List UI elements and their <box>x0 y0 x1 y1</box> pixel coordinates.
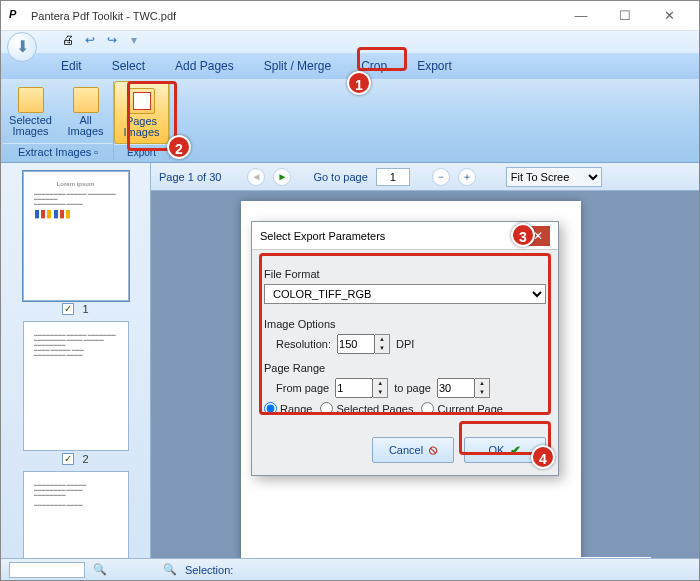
check-icon: ✔ <box>510 443 521 458</box>
page-toolbar: Page 1 of 30 ◄ ► Go to page － ＋ Fit To S… <box>151 163 699 191</box>
annotation-3: 3 <box>511 223 535 247</box>
dpi-label: DPI <box>396 338 414 350</box>
resolution-input[interactable] <box>337 334 375 354</box>
from-page-input[interactable] <box>335 378 373 398</box>
close-button[interactable]: ✕ <box>647 2 691 30</box>
thumb-checkbox[interactable]: ✓ <box>62 453 74 465</box>
zoom-in-button[interactable]: ＋ <box>458 168 476 186</box>
menu-edit[interactable]: Edit <box>49 55 94 77</box>
thumb-number: 2 <box>82 453 88 465</box>
quick-access-toolbar: ⬇ 🖨 ↩ ↪ ▾ <box>1 31 699 53</box>
menu-split-merge[interactable]: Split / Merge <box>252 55 343 77</box>
selected-pages-radio[interactable]: Selected Pages <box>320 402 413 415</box>
pages-images-button[interactable]: Pages Images <box>114 81 169 144</box>
qat-dropdown-icon[interactable]: ▾ <box>125 33 143 51</box>
menu-export[interactable]: Export <box>405 55 464 77</box>
thumb-number: 1 <box>82 303 88 315</box>
search-icon[interactable]: 🔍 <box>93 563 107 576</box>
prev-page-button[interactable]: ◄ <box>247 168 265 186</box>
image-options-label: Image Options <box>264 318 546 330</box>
redo-icon[interactable]: ↪ <box>103 33 121 51</box>
ribbon-group-export: Export <box>114 144 169 160</box>
to-page-label: to page <box>394 382 431 394</box>
statusbar: 🔍 🔍 Selection: <box>1 558 699 580</box>
annotation-1: 1 <box>347 71 371 95</box>
maximize-button[interactable]: ☐ <box>603 2 647 30</box>
goto-label: Go to page <box>313 171 367 183</box>
search-icon-2[interactable]: 🔍 <box>163 563 177 576</box>
all-images-button[interactable]: All Images <box>58 81 113 143</box>
dialog-launcher-icon[interactable]: ▫ <box>94 146 98 158</box>
thumbnail[interactable]: ▬▬▬▬▬▬▬▬ ▬▬▬▬▬▬▬▬▬▬▬▬▬ ▬▬▬▬▬▬▬▬▬▬▬▬▬▬▬▬▬… <box>23 471 129 558</box>
menu-add-pages[interactable]: Add Pages <box>163 55 246 77</box>
minimize-button[interactable]: — <box>559 2 603 30</box>
spin-up-icon[interactable]: ▲ <box>373 379 387 388</box>
thumbnail[interactable]: Lorem ipsum▬▬▬▬▬▬▬▬ ▬▬▬▬▬ ▬▬▬▬▬▬▬ ▬▬▬▬▬▬… <box>23 171 129 301</box>
next-page-button[interactable]: ► <box>273 168 291 186</box>
selection-label: Selection: <box>185 564 233 576</box>
from-page-label: From page <box>276 382 329 394</box>
export-parameters-dialog: Select Export Parameters ✕ File Format C… <box>251 221 559 476</box>
print-icon[interactable]: 🖨 <box>59 33 77 51</box>
thumbnail[interactable]: ▬▬▬▬▬▬▬▬ ▬▬▬▬▬ ▬▬▬▬▬▬▬▬▬▬▬▬▬▬▬ ▬▬▬▬ ▬▬▬▬… <box>23 321 129 451</box>
search-input[interactable] <box>9 562 85 578</box>
window-title: Pantera Pdf Toolkit - TWC.pdf <box>31 10 176 22</box>
resolution-label: Resolution: <box>276 338 331 350</box>
goto-page-input[interactable] <box>376 168 410 186</box>
spin-down-icon[interactable]: ▼ <box>373 388 387 397</box>
spin-down-icon[interactable]: ▼ <box>375 344 389 353</box>
spin-up-icon[interactable]: ▲ <box>375 335 389 344</box>
cancel-button[interactable]: Cancel⦸ <box>372 437 454 463</box>
annotation-2: 2 <box>167 135 191 159</box>
spin-up-icon[interactable]: ▲ <box>475 379 489 388</box>
annotation-4: 4 <box>531 445 555 469</box>
ribbon-group-extract: Extract Images ▫ <box>3 143 113 160</box>
titlebar: P Pantera Pdf Toolkit - TWC.pdf — ☐ ✕ <box>1 1 699 31</box>
undo-icon[interactable]: ↩ <box>81 33 99 51</box>
range-radio[interactable]: Range <box>264 402 312 415</box>
file-format-select[interactable]: COLOR_TIFF_RGB <box>264 284 546 304</box>
thumbnails-panel[interactable]: Lorem ipsum▬▬▬▬▬▬▬▬ ▬▬▬▬▬ ▬▬▬▬▬▬▬ ▬▬▬▬▬▬… <box>1 163 151 558</box>
spin-down-icon[interactable]: ▼ <box>475 388 489 397</box>
app-logo-icon: P <box>9 8 25 24</box>
file-format-label: File Format <box>264 268 546 280</box>
thumb-checkbox[interactable]: ✓ <box>62 303 74 315</box>
app-menu-button[interactable]: ⬇ <box>7 32 37 62</box>
menu-select[interactable]: Select <box>100 55 157 77</box>
cancel-icon: ⦸ <box>429 442 437 458</box>
zoom-out-button[interactable]: － <box>432 168 450 186</box>
page-range-label: Page Range <box>264 362 546 374</box>
to-page-input[interactable] <box>437 378 475 398</box>
fit-mode-select[interactable]: Fit To Scree <box>506 167 602 187</box>
dialog-title: Select Export Parameters <box>260 230 385 242</box>
selected-images-button[interactable]: Selected Images <box>3 81 58 143</box>
current-page-radio[interactable]: Current Page <box>421 402 502 415</box>
page-indicator: Page 1 of 30 <box>159 171 221 183</box>
